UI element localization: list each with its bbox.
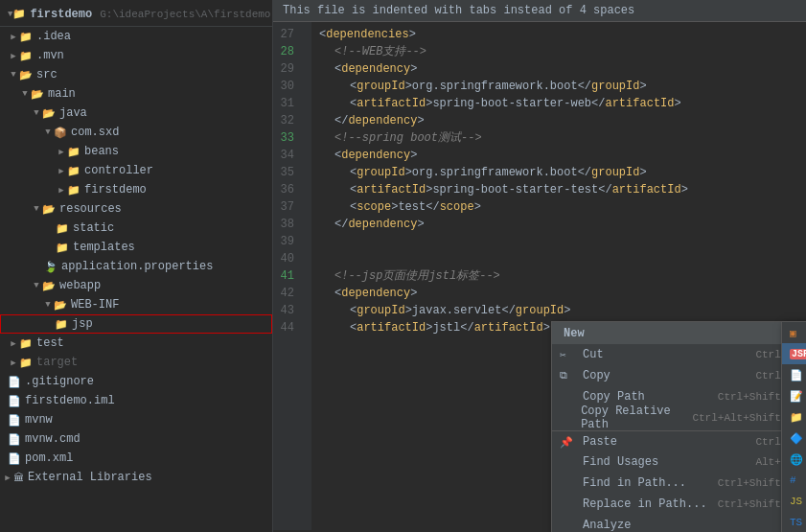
tree-jsp[interactable]: 📁 jsp	[0, 314, 272, 334]
html-icon: 🌐	[790, 453, 806, 466]
menu-copy-label: Copy	[583, 369, 610, 382]
menu-copy-relative[interactable]: Copy Relative Path Ctrl+Alt+Shift+C	[552, 407, 805, 428]
tree-test[interactable]: ▶ 📁 test	[0, 334, 272, 353]
js-icon: JS	[790, 496, 806, 507]
menu-paste[interactable]: 📌 Paste Ctrl+V	[552, 430, 805, 451]
webapp-folder-icon: 📂	[42, 280, 56, 292]
target-folder-icon: 📁	[19, 357, 33, 369]
submenu-js[interactable]: JS JavaScript File	[782, 491, 806, 512]
submenu-directory[interactable]: 📁 Directory	[782, 406, 806, 428]
menu-cut-label: Cut	[583, 348, 604, 361]
jsf-icon: ▣	[790, 327, 806, 339]
copy-relative-shortcut: Ctrl+Alt+Shift+C	[692, 412, 794, 424]
submenu-ts[interactable]: TS TypeScript File	[782, 512, 806, 532]
tree-application-properties[interactable]: 🍃 application.properties	[0, 257, 272, 276]
tree-external[interactable]: ▶ 🏛 External Libraries	[0, 468, 272, 487]
tree-com-sxd[interactable]: ▼ 📦 com.sxd	[0, 123, 272, 142]
menu-find-usages[interactable]: Find Usages Alt+F7	[552, 451, 805, 473]
menu-copy[interactable]: ⧉ Copy Ctrl+C	[552, 365, 805, 386]
code-line-41: <!--jsp页面使用jstl标签-->	[319, 267, 798, 285]
tree-resources[interactable]: ▼ 📂 resources	[0, 199, 272, 219]
project-path: G:\ideaProjects\A\firstdemo	[100, 9, 270, 20]
main-folder-icon: 📂	[31, 88, 44, 101]
templates-folder-icon: 📁	[56, 242, 69, 254]
line-numbers: 27 28 29 30 31 32 33 34 35 36 37 38 39 4…	[273, 22, 311, 530]
tree-src[interactable]: ▼ 📂 src	[0, 65, 272, 84]
code-line-40	[319, 250, 798, 267]
code-line-36: <artifactId>spring-boot-starter-test</ar…	[319, 181, 798, 198]
project-header: ▼ 📁 firstdemo G:\ideaProjects\A\firstdem…	[0, 2, 272, 27]
context-menu: New ▶ ✂ Cut Ctrl+X ⧉ Copy Ctrl+C Copy Pa…	[551, 321, 806, 532]
tree-static[interactable]: 📁 static	[0, 219, 272, 238]
context-menu-header: New ▶	[552, 322, 805, 344]
menu-replace-in-path[interactable]: Replace in Path... Ctrl+Shift+R	[552, 494, 805, 515]
tree-templates[interactable]: 📁 templates	[0, 238, 272, 257]
menu-copy-path-label: Copy Path	[583, 390, 645, 404]
mvnw-icon: 📄	[8, 414, 21, 427]
idea-folder-icon: 📁	[19, 31, 33, 43]
tree-webapp[interactable]: ▼ 📂 webapp	[0, 276, 272, 295]
editor-panel: This file is indented with tabs instead …	[273, 0, 806, 532]
tree-controller[interactable]: ▶ 📁 controller	[0, 161, 272, 180]
submenu-css[interactable]: # Stylesheet	[782, 470, 806, 491]
file-icon: 📄	[790, 369, 806, 382]
submenu: ▣ JSF/Facelets JSP JSP/JSPX 📄 File 📝 Scr…	[781, 321, 806, 532]
menu-paste-label: Paste	[583, 435, 617, 449]
webinf-folder-icon: 📂	[54, 299, 67, 312]
properties-icon: 🍃	[44, 261, 58, 273]
project-folder-icon: 📁	[12, 8, 26, 20]
code-line-29: <dependency>	[319, 60, 798, 78]
tree-mvnw-cmd[interactable]: 📄 mvnw.cmd	[0, 429, 272, 449]
project-name: firstdemo	[30, 8, 92, 21]
iml-icon: 📄	[8, 395, 21, 407]
tree-main[interactable]: ▼ 📂 main	[0, 84, 272, 104]
tree-java[interactable]: ▼ 📂 java	[0, 104, 272, 123]
pom-icon: 📄	[8, 452, 21, 465]
tree-webinf[interactable]: ▼ 📂 WEB-INF	[0, 295, 272, 314]
scratch-icon: 📝	[790, 390, 803, 403]
menu-cut[interactable]: ✂ Cut Ctrl+X	[552, 344, 805, 365]
code-line-35: <groupId>org.springframework.boot</group…	[319, 164, 798, 181]
code-line-27: <dependencies>	[319, 26, 798, 43]
paste-icon: 📌	[560, 436, 577, 449]
submenu-jsp[interactable]: JSP JSP/JSPX	[782, 343, 806, 364]
tree-mvn[interactable]: ▶ 📁 .mvn	[0, 46, 272, 65]
tree-target[interactable]: ▶ 📁 target	[0, 353, 272, 372]
code-line-37: <scope>test</scope>	[319, 198, 798, 216]
file-tree: ▼ 📁 firstdemo G:\ideaProjects\A\firstdem…	[0, 0, 273, 532]
package-icon: 📦	[54, 127, 67, 139]
beans-folder-icon: 📁	[67, 146, 81, 158]
menu-find-usages-label: Find Usages	[583, 455, 658, 469]
src-folder-icon: 📂	[19, 69, 33, 81]
controller-folder-icon: 📁	[67, 165, 81, 177]
static-folder-icon: 📁	[56, 222, 69, 235]
tree-iml[interactable]: 📄 firstdemo.iml	[0, 391, 272, 410]
code-line-39	[319, 233, 798, 250]
code-line-31: <artifactId>spring-boot-starter-web</art…	[319, 95, 798, 112]
submenu-html[interactable]: 🌐 HTML File	[782, 449, 806, 470]
tree-firstdemo-pkg[interactable]: ▶ 📁 firstdemo	[0, 180, 272, 199]
notification-bar: This file is indented with tabs instead …	[273, 0, 806, 22]
cut-icon: ✂	[560, 349, 577, 361]
submenu-file[interactable]: 📄 File	[782, 364, 806, 385]
tree-idea[interactable]: ▶ 📁 .idea	[0, 27, 272, 46]
tree-gitignore[interactable]: 📄 .gitignore	[0, 372, 272, 391]
submenu-jsf[interactable]: ▣ JSF/Facelets	[782, 322, 806, 343]
java-folder-icon: 📂	[42, 107, 56, 120]
menu-find-in-path[interactable]: Find in Path... Ctrl+Shift+F	[552, 473, 805, 494]
external-icon: 🏛	[13, 472, 24, 484]
submenu-fxml[interactable]: 🔷 FXML File	[782, 428, 806, 449]
code-line-38: </dependency>	[319, 216, 798, 233]
ts-icon: TS	[790, 517, 806, 528]
fxml-icon: 🔷	[790, 432, 806, 445]
menu-analyze[interactable]: Analyze	[552, 515, 805, 532]
submenu-scratch[interactable]: 📝 Scratch File Ctrl+Alt+Shift+Insert	[782, 385, 806, 406]
code-line-33: <!--spring boot测试-->	[319, 129, 798, 147]
copy-icon: ⧉	[560, 370, 577, 382]
tree-mvnw[interactable]: 📄 mvnw	[0, 410, 272, 429]
tree-beans[interactable]: ▶ 📁 beans	[0, 142, 272, 161]
tree-pom[interactable]: 📄 pom.xml	[0, 449, 272, 468]
test-folder-icon: 📁	[19, 337, 33, 350]
code-line-32: </dependency>	[319, 112, 798, 129]
menu-copy-relative-label: Copy Relative Path	[581, 405, 692, 431]
